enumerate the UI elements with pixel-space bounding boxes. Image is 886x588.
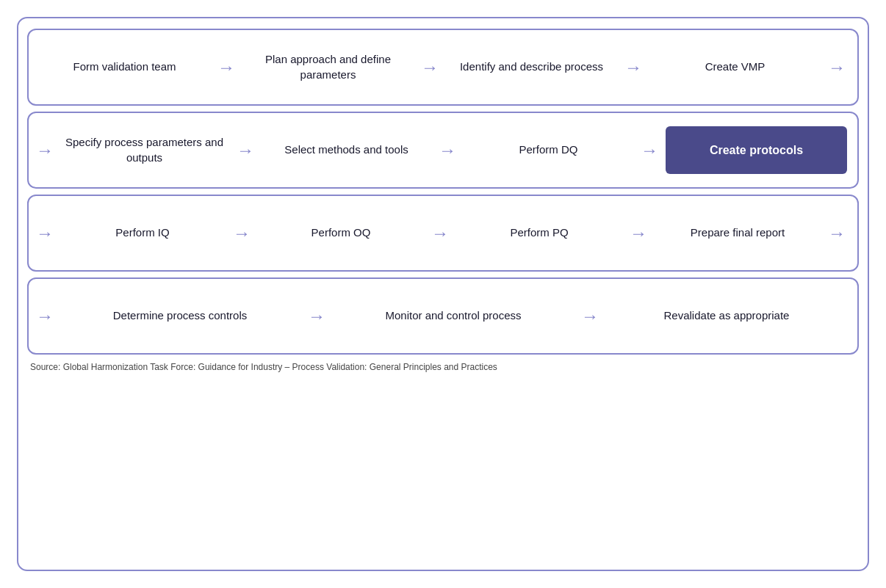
arrow-r2-2-3: → <box>434 140 461 161</box>
source-text: Source: Global Harmonization Task Force:… <box>27 357 859 372</box>
entry-arrow-row4: → <box>36 306 54 327</box>
node-perform-dq: Perform DQ <box>461 142 636 157</box>
row1-section: Form validation team → Plan approach and… <box>27 29 859 106</box>
row4-section: → Determine process controls → Monitor a… <box>27 277 859 355</box>
node-determine-controls: Determine process controls <box>57 308 303 323</box>
row2-section: → Specify process parameters and outputs… <box>27 112 859 189</box>
arrow-r3-1-2: → <box>228 223 255 244</box>
tail-arrow-row1: → <box>824 57 850 78</box>
entry-arrow-row2: → <box>36 140 54 161</box>
node-perform-pq: Perform PQ <box>453 225 625 240</box>
arrow-2-3: → <box>417 57 443 78</box>
node-create-protocols: Create protocols <box>666 126 847 175</box>
node-form-validation-team: Form validation team <box>36 59 213 74</box>
arrow-r2-3-4: → <box>636 140 663 161</box>
tail-arrow-row3: → <box>824 223 850 244</box>
node-monitor-control: Monitor and control process <box>330 308 577 323</box>
node-perform-iq: Perform IQ <box>57 225 228 240</box>
node-identify-describe: Identify and describe process <box>443 59 620 74</box>
node-create-vmp: Create VMP <box>647 59 824 74</box>
row3-section: → Perform IQ → Perform OQ → Perform PQ →… <box>27 195 859 272</box>
arrow-r4-1-2: → <box>303 306 330 327</box>
arrow-r2-1-2: → <box>232 140 259 161</box>
arrow-1-2: → <box>213 57 239 78</box>
arrow-r4-2-3: → <box>577 306 603 327</box>
node-prepare-final-report: Prepare final report <box>652 225 824 240</box>
node-select-methods: Select methods and tools <box>259 142 434 157</box>
entry-arrow-row3: → <box>36 223 54 244</box>
arrow-3-4: → <box>620 57 647 78</box>
node-specify-process: Specify process parameters and outputs <box>57 135 232 165</box>
diagram-container: Form validation team → Plan approach and… <box>17 17 869 571</box>
arrow-r3-3-4: → <box>625 223 652 244</box>
arrow-r3-2-3: → <box>427 223 453 244</box>
node-plan-approach: Plan approach and define parameters <box>239 52 417 82</box>
node-revalidate: Revalidate as appropriate <box>603 308 850 323</box>
node-perform-oq: Perform OQ <box>255 225 427 240</box>
